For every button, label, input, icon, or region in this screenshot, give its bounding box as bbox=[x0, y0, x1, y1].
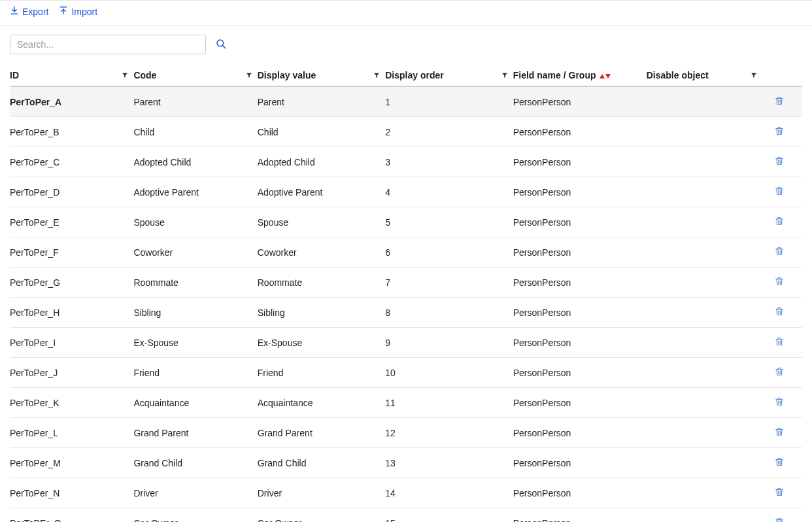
delete-button[interactable] bbox=[773, 364, 786, 381]
trash-icon bbox=[774, 219, 785, 229]
filter-icon[interactable] bbox=[122, 70, 128, 80]
filter-icon[interactable] bbox=[373, 70, 380, 80]
table-row[interactable]: PerToPer_CAdopted ChildAdopted Child3Per… bbox=[10, 147, 802, 177]
cell-display_value: Parent bbox=[258, 86, 385, 117]
cell-code: Grand Child bbox=[133, 448, 257, 478]
column-label: ID bbox=[10, 70, 19, 80]
table-row[interactable]: PerToPer_DAdoptive ParentAdoptive Parent… bbox=[10, 177, 802, 207]
filter-icon[interactable] bbox=[501, 70, 508, 80]
delete-button[interactable] bbox=[773, 184, 786, 200]
column-header-field_group[interactable]: Field name / Group bbox=[513, 66, 647, 86]
cell-actions bbox=[762, 448, 802, 478]
cell-id: PerToPer_F bbox=[10, 237, 133, 268]
cell-code: Driver bbox=[133, 478, 257, 508]
delete-button[interactable] bbox=[773, 154, 786, 170]
cell-id: PerToPer_I bbox=[10, 328, 133, 358]
cell-display_order: 3 bbox=[385, 147, 513, 177]
trash-icon bbox=[774, 189, 785, 199]
column-header-display_order[interactable]: Display order bbox=[385, 66, 513, 86]
delete-button[interactable] bbox=[773, 244, 786, 260]
filter-icon[interactable] bbox=[751, 70, 757, 80]
cell-id: PerToPer_M bbox=[10, 448, 133, 478]
delete-button[interactable] bbox=[773, 214, 786, 230]
table-row[interactable]: PerToPer_GRoommateRoommate7PersonPerson bbox=[10, 268, 802, 298]
trash-icon bbox=[774, 249, 785, 259]
cell-code: Ex-Spouse bbox=[133, 328, 257, 358]
cell-display_value: Coworker bbox=[258, 237, 385, 268]
upload-icon bbox=[59, 6, 68, 17]
cell-display_order: 12 bbox=[385, 418, 513, 448]
cell-display_value: Friend bbox=[258, 358, 385, 388]
delete-button[interactable] bbox=[773, 425, 786, 441]
cell-id: PerToPer_C bbox=[10, 147, 133, 177]
cell-display_value: Acquaintance bbox=[258, 388, 385, 418]
sort-indicator-icon bbox=[600, 74, 611, 78]
cell-display_value: Driver bbox=[258, 478, 385, 508]
export-link[interactable]: Export bbox=[10, 6, 48, 17]
cell-disable_object bbox=[647, 177, 762, 207]
table-row[interactable]: PerToPer_KAcquaintanceAcquaintance11Pers… bbox=[10, 388, 802, 418]
table-row[interactable]: PerToPer_JFriendFriend10PersonPerson bbox=[10, 358, 802, 388]
cell-id: PerToPer_D bbox=[10, 177, 133, 207]
cell-id: PerToPer_A bbox=[10, 86, 133, 117]
cell-display_order: 11 bbox=[385, 388, 513, 418]
delete-button[interactable] bbox=[773, 515, 786, 522]
table-row[interactable]: PerToPEr_OCar OwnerCar Owner15PersonPers… bbox=[10, 508, 802, 523]
trash-icon bbox=[774, 279, 785, 289]
cell-display_value: Adopted Child bbox=[258, 147, 385, 177]
cell-display_order: 14 bbox=[385, 478, 513, 508]
table-row[interactable]: PerToPer_LGrand ParentGrand Parent12Pers… bbox=[10, 418, 802, 448]
search-button[interactable] bbox=[212, 35, 229, 54]
cell-id: PerToPer_N bbox=[10, 478, 133, 508]
table-row[interactable]: PerToPer_AParentParent1PersonPerson bbox=[10, 86, 802, 117]
delete-button[interactable] bbox=[773, 455, 786, 471]
delete-button[interactable] bbox=[773, 485, 786, 501]
cell-code: Sibling bbox=[133, 298, 257, 328]
cell-code: Parent bbox=[133, 86, 257, 117]
cell-actions bbox=[762, 86, 802, 117]
cell-actions bbox=[762, 117, 802, 147]
column-header-actions bbox=[762, 66, 802, 86]
table-row[interactable]: PerToPer_NDriverDriver14PersonPerson bbox=[10, 478, 802, 508]
cell-actions bbox=[762, 237, 802, 268]
column-header-disable_object[interactable]: Disable object bbox=[647, 66, 762, 86]
delete-button[interactable] bbox=[773, 124, 786, 140]
delete-button[interactable] bbox=[773, 274, 786, 290]
cell-code: Friend bbox=[133, 358, 257, 388]
table-row[interactable]: PerToPer_HSiblingSibling8PersonPerson bbox=[10, 298, 802, 328]
table-row[interactable]: PerToPer_FCoworkerCoworker6PersonPerson bbox=[10, 237, 802, 268]
cell-display_order: 5 bbox=[385, 207, 513, 237]
import-link[interactable]: Import bbox=[59, 6, 97, 17]
cell-id: PerToPer_G bbox=[10, 268, 133, 298]
filter-icon[interactable] bbox=[246, 70, 252, 80]
cell-display_value: Roommate bbox=[258, 268, 385, 298]
delete-button[interactable] bbox=[773, 94, 786, 110]
column-header-id[interactable]: ID bbox=[10, 66, 133, 86]
cell-code: Adoptive Parent bbox=[133, 177, 257, 207]
delete-button[interactable] bbox=[773, 304, 786, 321]
cell-display_order: 10 bbox=[385, 358, 513, 388]
cell-display_order: 8 bbox=[385, 298, 513, 328]
export-label: Export bbox=[22, 7, 48, 17]
trash-icon bbox=[774, 339, 785, 349]
delete-button[interactable] bbox=[773, 334, 786, 351]
column-header-code[interactable]: Code bbox=[133, 66, 257, 86]
download-icon bbox=[10, 6, 19, 17]
cell-code: Child bbox=[133, 117, 257, 147]
cell-actions bbox=[762, 298, 802, 328]
cell-code: Spouse bbox=[133, 207, 257, 237]
delete-button[interactable] bbox=[773, 394, 786, 411]
cell-display_order: 13 bbox=[385, 448, 513, 478]
table-row[interactable]: PerToPer_MGrand ChildGrand Child13Person… bbox=[10, 448, 802, 478]
search-input[interactable] bbox=[10, 35, 206, 54]
cell-display_order: 2 bbox=[385, 117, 513, 147]
column-label: Code bbox=[133, 70, 156, 80]
import-label: Import bbox=[71, 7, 97, 17]
table-row[interactable]: PerToPer_ESpouseSpouse5PersonPerson bbox=[10, 207, 802, 237]
column-header-display_value[interactable]: Display value bbox=[258, 66, 385, 86]
table-row[interactable]: PerToPer_BChildChild2PersonPerson bbox=[10, 117, 802, 147]
cell-display_order: 7 bbox=[385, 268, 513, 298]
cell-disable_object bbox=[647, 448, 762, 478]
table-row[interactable]: PerToPer_IEx-SpouseEx-Spouse9PersonPerso… bbox=[10, 328, 802, 358]
cell-field_group: PersonPerson bbox=[513, 86, 647, 117]
